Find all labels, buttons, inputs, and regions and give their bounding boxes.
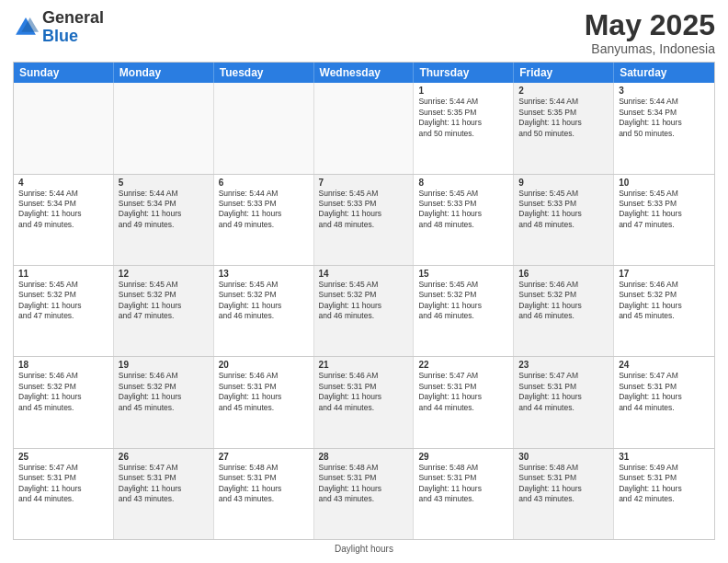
weekday-header-tuesday: Tuesday (214, 63, 314, 83)
calendar-cell: 8Sunrise: 5:45 AM Sunset: 5:33 PM Daylig… (414, 175, 514, 265)
header: General Blue May 2025 Banyumas, Indonesi… (13, 9, 715, 56)
calendar-cell: 18Sunrise: 5:46 AM Sunset: 5:32 PM Dayli… (14, 357, 114, 447)
cell-text: Sunrise: 5:44 AM Sunset: 5:34 PM Dayligh… (619, 97, 710, 139)
calendar-week-5: 25Sunrise: 5:47 AM Sunset: 5:31 PM Dayli… (14, 449, 714, 539)
calendar-cell: 26Sunrise: 5:47 AM Sunset: 5:31 PM Dayli… (114, 449, 214, 539)
cell-text: Sunrise: 5:47 AM Sunset: 5:31 PM Dayligh… (119, 463, 209, 505)
weekday-header-wednesday: Wednesday (314, 63, 415, 83)
day-number: 12 (119, 269, 209, 279)
day-number: 11 (18, 269, 108, 279)
calendar-cell: 10Sunrise: 5:45 AM Sunset: 5:33 PM Dayli… (614, 175, 714, 265)
cell-text: Sunrise: 5:44 AM Sunset: 5:34 PM Dayligh… (18, 189, 108, 231)
day-number: 17 (619, 269, 710, 279)
calendar-cell: 24Sunrise: 5:47 AM Sunset: 5:31 PM Dayli… (614, 357, 714, 447)
day-number: 24 (619, 360, 710, 370)
day-number: 5 (119, 178, 209, 188)
day-number: 3 (619, 86, 710, 96)
day-number: 21 (319, 360, 409, 370)
calendar-cell: 19Sunrise: 5:46 AM Sunset: 5:32 PM Dayli… (114, 357, 214, 447)
calendar-cell (114, 83, 214, 173)
cell-text: Sunrise: 5:46 AM Sunset: 5:32 PM Dayligh… (119, 371, 209, 413)
day-number: 8 (418, 178, 508, 188)
logo-blue-text: Blue (42, 27, 78, 45)
weekday-header-monday: Monday (114, 63, 214, 83)
cell-text: Sunrise: 5:45 AM Sunset: 5:32 PM Dayligh… (119, 280, 209, 322)
cell-text: Sunrise: 5:45 AM Sunset: 5:33 PM Dayligh… (418, 189, 508, 231)
cell-text: Sunrise: 5:46 AM Sunset: 5:32 PM Dayligh… (619, 280, 710, 322)
day-number: 2 (518, 86, 609, 96)
footer-note: Daylight hours (13, 544, 715, 554)
calendar-cell: 20Sunrise: 5:46 AM Sunset: 5:31 PM Dayli… (214, 357, 314, 447)
cell-text: Sunrise: 5:44 AM Sunset: 5:35 PM Dayligh… (518, 97, 609, 139)
calendar-cell (214, 83, 314, 173)
calendar-cell: 9Sunrise: 5:45 AM Sunset: 5:33 PM Daylig… (514, 175, 614, 265)
logo-text: General Blue (42, 9, 104, 46)
calendar-cell: 7Sunrise: 5:45 AM Sunset: 5:33 PM Daylig… (314, 175, 415, 265)
calendar-cell: 23Sunrise: 5:47 AM Sunset: 5:31 PM Dayli… (514, 357, 614, 447)
day-number: 26 (119, 452, 209, 462)
calendar: SundayMondayTuesdayWednesdayThursdayFrid… (13, 62, 715, 540)
cell-text: Sunrise: 5:49 AM Sunset: 5:31 PM Dayligh… (619, 463, 710, 505)
calendar-week-1: 1Sunrise: 5:44 AM Sunset: 5:35 PM Daylig… (14, 83, 714, 174)
day-number: 23 (518, 360, 609, 370)
cell-text: Sunrise: 5:45 AM Sunset: 5:33 PM Dayligh… (319, 189, 409, 231)
calendar-cell: 16Sunrise: 5:46 AM Sunset: 5:32 PM Dayli… (514, 266, 614, 356)
calendar-cell: 11Sunrise: 5:45 AM Sunset: 5:32 PM Dayli… (14, 266, 114, 356)
calendar-cell: 4Sunrise: 5:44 AM Sunset: 5:34 PM Daylig… (14, 175, 114, 265)
cell-text: Sunrise: 5:45 AM Sunset: 5:32 PM Dayligh… (319, 280, 409, 322)
calendar-cell: 3Sunrise: 5:44 AM Sunset: 5:34 PM Daylig… (614, 83, 714, 173)
calendar-cell: 6Sunrise: 5:44 AM Sunset: 5:33 PM Daylig… (214, 175, 314, 265)
cell-text: Sunrise: 5:45 AM Sunset: 5:32 PM Dayligh… (219, 280, 309, 322)
title-block: May 2025 Banyumas, Indonesia (585, 9, 715, 56)
day-number: 29 (418, 452, 508, 462)
calendar-cell: 31Sunrise: 5:49 AM Sunset: 5:31 PM Dayli… (614, 449, 714, 539)
day-number: 9 (518, 178, 609, 188)
cell-text: Sunrise: 5:44 AM Sunset: 5:33 PM Dayligh… (219, 189, 309, 231)
day-number: 19 (119, 360, 209, 370)
cell-text: Sunrise: 5:48 AM Sunset: 5:31 PM Dayligh… (418, 463, 508, 505)
calendar-cell (14, 83, 114, 173)
logo-icon (13, 15, 39, 40)
calendar-cell: 29Sunrise: 5:48 AM Sunset: 5:31 PM Dayli… (414, 449, 514, 539)
calendar-week-2: 4Sunrise: 5:44 AM Sunset: 5:34 PM Daylig… (14, 175, 714, 266)
weekday-header-saturday: Saturday (614, 63, 714, 83)
day-number: 4 (18, 178, 108, 188)
weekday-header-friday: Friday (514, 63, 614, 83)
day-number: 6 (219, 178, 309, 188)
cell-text: Sunrise: 5:44 AM Sunset: 5:35 PM Dayligh… (418, 97, 508, 139)
calendar-cell: 2Sunrise: 5:44 AM Sunset: 5:35 PM Daylig… (514, 83, 614, 173)
day-number: 15 (418, 269, 508, 279)
cell-text: Sunrise: 5:45 AM Sunset: 5:33 PM Dayligh… (518, 189, 609, 231)
day-number: 20 (219, 360, 309, 370)
cell-text: Sunrise: 5:46 AM Sunset: 5:31 PM Dayligh… (319, 371, 409, 413)
day-number: 10 (619, 178, 710, 188)
calendar-cell (314, 83, 415, 173)
subtitle: Banyumas, Indonesia (585, 41, 715, 56)
weekday-header-sunday: Sunday (14, 63, 114, 83)
cell-text: Sunrise: 5:48 AM Sunset: 5:31 PM Dayligh… (219, 463, 309, 505)
calendar-cell: 27Sunrise: 5:48 AM Sunset: 5:31 PM Dayli… (214, 449, 314, 539)
calendar-cell: 14Sunrise: 5:45 AM Sunset: 5:32 PM Dayli… (314, 266, 415, 356)
cell-text: Sunrise: 5:48 AM Sunset: 5:31 PM Dayligh… (319, 463, 409, 505)
cell-text: Sunrise: 5:46 AM Sunset: 5:32 PM Dayligh… (18, 371, 108, 413)
day-number: 30 (518, 452, 609, 462)
day-number: 31 (619, 452, 710, 462)
calendar-cell: 28Sunrise: 5:48 AM Sunset: 5:31 PM Dayli… (314, 449, 415, 539)
day-number: 7 (319, 178, 409, 188)
calendar-week-4: 18Sunrise: 5:46 AM Sunset: 5:32 PM Dayli… (14, 357, 714, 448)
calendar-cell: 17Sunrise: 5:46 AM Sunset: 5:32 PM Dayli… (614, 266, 714, 356)
day-number: 27 (219, 452, 309, 462)
page: General Blue May 2025 Banyumas, Indonesi… (0, 0, 728, 563)
logo-general-text: General (42, 8, 104, 27)
main-title: May 2025 (585, 9, 715, 41)
logo: General Blue (13, 9, 104, 46)
cell-text: Sunrise: 5:45 AM Sunset: 5:32 PM Dayligh… (418, 280, 508, 322)
calendar-cell: 1Sunrise: 5:44 AM Sunset: 5:35 PM Daylig… (414, 83, 514, 173)
cell-text: Sunrise: 5:45 AM Sunset: 5:33 PM Dayligh… (619, 189, 710, 231)
calendar-cell: 22Sunrise: 5:47 AM Sunset: 5:31 PM Dayli… (414, 357, 514, 447)
day-number: 18 (18, 360, 108, 370)
cell-text: Sunrise: 5:47 AM Sunset: 5:31 PM Dayligh… (418, 371, 508, 413)
cell-text: Sunrise: 5:47 AM Sunset: 5:31 PM Dayligh… (518, 371, 609, 413)
calendar-cell: 12Sunrise: 5:45 AM Sunset: 5:32 PM Dayli… (114, 266, 214, 356)
cell-text: Sunrise: 5:48 AM Sunset: 5:31 PM Dayligh… (518, 463, 609, 505)
